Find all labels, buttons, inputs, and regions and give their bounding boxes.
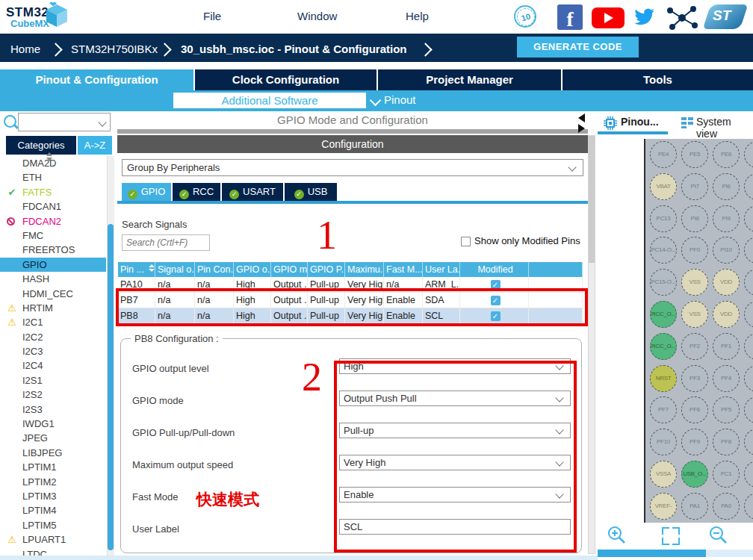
pin-partial[interactable]: [744, 205, 753, 232]
group-by-select[interactable]: Group By Peripherals: [122, 159, 583, 176]
pin-partial[interactable]: [744, 301, 753, 328]
ten-years-badge-icon[interactable]: 10: [514, 5, 536, 28]
facebook-icon[interactable]: f: [557, 4, 583, 30]
sidebar-item-i2c1[interactable]: ⚠I2C1: [0, 315, 106, 329]
sidebar-tab-categories[interactable]: Categories: [6, 136, 76, 155]
peripheral-tab-usb[interactable]: ✓USB: [285, 183, 337, 201]
column-header[interactable]: Maximu...: [345, 262, 384, 277]
sort-icon[interactable]: [149, 264, 155, 272]
maximum-output-speed-select[interactable]: Very High: [339, 455, 571, 470]
table-row-pa10[interactable]: PA10n/an/aHighOutput ...Pull-upVery High…: [118, 277, 583, 293]
sidebar-item-lpuart1[interactable]: ⚠LPUART1: [0, 532, 106, 547]
sidebar-tab-a-to-z[interactable]: A->Z: [78, 136, 112, 155]
sidebar-item-i2c3[interactable]: I2C3: [0, 344, 106, 358]
breadcrumb-mcu[interactable]: STM32H750IBKx: [71, 43, 158, 55]
pin-pa1[interactable]: PA1: [681, 493, 708, 520]
column-header[interactable]: GPIO P...: [308, 262, 345, 277]
sidebar-item-i2s1[interactable]: I2S1: [0, 373, 106, 388]
pin-pa0[interactable]: PA0: [713, 493, 740, 520]
tab-clock-configuration[interactable]: Clock Configuration: [195, 69, 376, 90]
peripheral-tab-gpio[interactable]: ✓GPIO: [122, 183, 171, 201]
pin-pf4[interactable]: PF4: [713, 365, 740, 392]
pin-partial[interactable]: [744, 237, 753, 264]
tab-project-manager[interactable]: Project Manager: [378, 69, 561, 90]
pin-partial[interactable]: [744, 365, 753, 392]
pin-partial[interactable]: [744, 173, 753, 200]
modified-cell[interactable]: ✓: [460, 308, 529, 323]
gpio-mode-select[interactable]: Output Push Pull: [339, 391, 571, 406]
table-row-pb7[interactable]: PB7n/an/aHighOutput ...Pull-upVery HighE…: [118, 293, 583, 308]
pin-partial[interactable]: [744, 269, 753, 296]
config-scrollbar-thumb[interactable]: [589, 136, 595, 263]
pin-pe5[interactable]: PE5: [681, 141, 708, 168]
menu-help[interactable]: Help: [406, 10, 429, 22]
pin-partial[interactable]: [744, 461, 753, 488]
sidebar-item-lptim4[interactable]: LPTIM4: [0, 503, 106, 517]
column-header[interactable]: GPIO o...: [234, 262, 271, 277]
pin-rcc-o-[interactable]: RCC_O...: [650, 301, 677, 328]
user-label-input[interactable]: [339, 519, 571, 535]
column-header[interactable]: User La...: [423, 262, 460, 277]
fast-mode-select[interactable]: Enable: [339, 487, 571, 503]
column-header[interactable]: Pin Con...: [195, 262, 234, 277]
pin-rcc-o-[interactable]: RCC_O...: [650, 333, 677, 360]
pin-pf10[interactable]: PF10: [650, 429, 677, 455]
youtube-icon[interactable]: [592, 7, 625, 28]
pin-pf2[interactable]: PF2: [681, 333, 708, 360]
pin-vssa[interactable]: VSSA: [650, 461, 677, 488]
sidebar-item-lptim2[interactable]: LPTIM2: [0, 475, 106, 489]
sidebar-item-lptim3[interactable]: LPTIM3: [0, 489, 106, 503]
sidebar-item-ltdc[interactable]: LTDC: [0, 547, 106, 556]
menu-window[interactable]: Window: [297, 10, 337, 22]
sidebar-item-jpeg[interactable]: JPEG: [0, 431, 106, 445]
column-header[interactable]: Fast M...: [384, 262, 423, 277]
sidebar-item-gpio[interactable]: GPIO: [0, 258, 106, 272]
breadcrumb-home[interactable]: Home: [10, 43, 40, 55]
pin-nrst[interactable]: NRST: [650, 365, 677, 392]
pinout-hscrollbar-thumb[interactable]: [598, 550, 706, 557]
modified-cell[interactable]: ✓: [460, 277, 529, 292]
checked-checkbox-icon[interactable]: ✓: [491, 296, 501, 305]
sidebar-item-i2c4[interactable]: I2C4: [0, 358, 106, 373]
st-logo[interactable]: ST: [702, 3, 750, 31]
search-signals-input[interactable]: [122, 234, 210, 251]
pin-partial[interactable]: [744, 429, 753, 455]
sidebar-item-hrtim[interactable]: ⚠HRTIM: [0, 301, 106, 315]
best-fit-icon[interactable]: [662, 527, 680, 545]
sidebar-item-fdcan1[interactable]: FDCAN1: [0, 199, 106, 214]
gpio-output-level-select[interactable]: High: [339, 358, 571, 374]
pin-vref-[interactable]: VREF-: [650, 493, 677, 520]
sidebar-item-eth[interactable]: ETH: [0, 170, 106, 184]
sidebar-item-dma2d[interactable]: DMA2D: [0, 156, 106, 170]
pin-pi10[interactable]: PI10: [713, 237, 740, 264]
sidebar-item-fatfs[interactable]: ✔FATFS: [0, 185, 106, 199]
peripheral-tab-rcc[interactable]: ✓RCC: [173, 183, 220, 201]
column-header[interactable]: GPIO m...: [271, 262, 308, 277]
pin-usb-o-[interactable]: USB_O...: [681, 461, 708, 488]
pin-partial[interactable]: [744, 141, 753, 168]
pin-vdd[interactable]: VDD: [713, 269, 740, 296]
pin-pf8[interactable]: PF8: [713, 429, 740, 455]
column-header[interactable]: Signal o...: [155, 262, 195, 277]
tab-system-view[interactable]: System view: [696, 116, 753, 140]
pin-pi7[interactable]: PI7: [681, 173, 708, 200]
sidebar-item-libjpeg[interactable]: LIBJPEG: [0, 446, 106, 460]
pin-partial[interactable]: [744, 333, 753, 360]
sidebar-scrollbar-thumb[interactable]: [108, 224, 114, 550]
sidebar-item-lptim5[interactable]: LPTIM5: [0, 518, 106, 532]
peripheral-tab-usart[interactable]: ✓USART: [222, 183, 283, 201]
gpio-pull-up-pull-down-select[interactable]: Pull-up: [339, 423, 571, 438]
pin-pf7[interactable]: PF7: [650, 396, 677, 423]
pin-pf0[interactable]: PF0: [681, 237, 708, 264]
column-header[interactable]: Modified: [460, 262, 529, 277]
collapse-right-icon[interactable]: [578, 124, 585, 133]
table-row-pb8[interactable]: PB8n/an/aHighOutput ...Pull-upVery HighE…: [118, 308, 583, 324]
pin-pi8[interactable]: PI8: [681, 205, 708, 232]
pin-pf6[interactable]: PF6: [681, 396, 708, 423]
pin-pc14-o-[interactable]: PC14-O...: [650, 237, 677, 264]
sidebar-item-i2s2[interactable]: I2S2: [0, 388, 106, 402]
network-icon[interactable]: [665, 4, 699, 31]
show-only-modified-checkbox[interactable]: [461, 237, 471, 246]
pin-partial[interactable]: [744, 493, 753, 520]
sidebar-item-fdcan2[interactable]: FDCAN2: [0, 214, 106, 228]
